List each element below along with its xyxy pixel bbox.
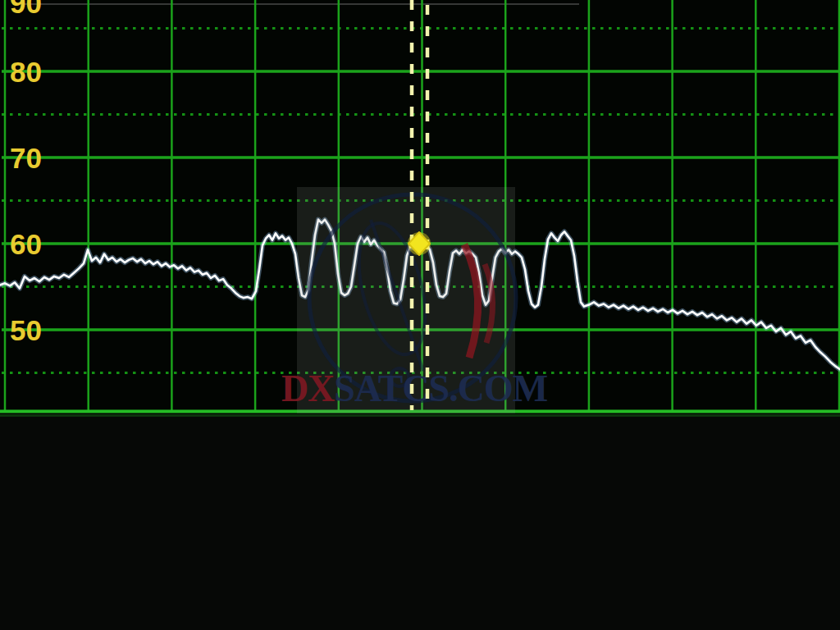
watermark-text: DXSATCS.COM [281,368,548,409]
satmeter-spectrum-screen: DXSATCS.COM 9080706050 Pwr 66.0 dBµV 145… [0,0,840,630]
y-axis-label-70: 70 [10,142,42,174]
watermark-text-dx: DX [281,368,335,409]
y-axis-label-80: 80 [10,56,42,88]
spectrum-plot: DXSATCS.COM 9080706050 [0,0,840,414]
spectrum-plot-svg: DXSATCS.COM 9080706050 [0,0,840,414]
y-axis-label-60: 60 [10,228,42,260]
dxsatcs-watermark: DXSATCS.COM [281,187,548,413]
y-axis-label-50: 50 [10,314,42,346]
y-axis-label-90: 90 [10,0,42,19]
watermark-text-satcs: SATCS.COM [334,368,547,409]
readout-panel: Pwr 66.0 dBµV 1451.00 MHz. C/N 1.8 dB Pw… [0,414,840,630]
